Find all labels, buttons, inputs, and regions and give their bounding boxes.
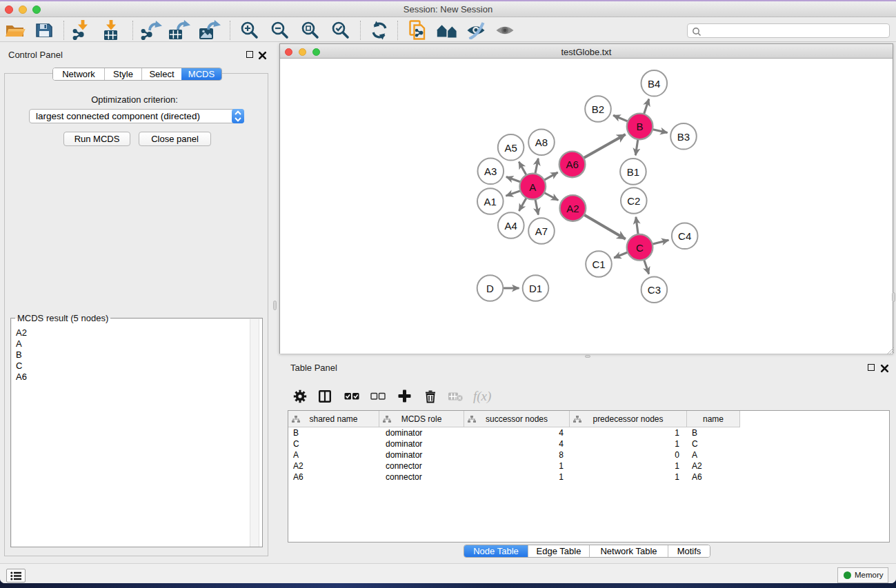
svg-text:C: C — [636, 242, 644, 254]
svg-text:C1: C1 — [592, 258, 605, 270]
svg-text:f(x): f(x) — [473, 389, 491, 404]
svg-text:A5: A5 — [504, 142, 517, 154]
svg-text:C2: C2 — [627, 195, 640, 207]
svg-text:A1: A1 — [484, 196, 497, 207]
svg-text:B2: B2 — [592, 103, 604, 115]
svg-text:A: A — [529, 181, 536, 193]
svg-text:B1: B1 — [627, 166, 639, 178]
svg-text:A4: A4 — [505, 220, 517, 232]
svg-text:D1: D1 — [529, 283, 542, 294]
svg-text:C4: C4 — [678, 230, 691, 242]
svg-text:D: D — [486, 283, 494, 294]
svg-text:B: B — [637, 121, 644, 132]
svg-text:A8: A8 — [535, 136, 548, 148]
svg-text:A2: A2 — [566, 203, 579, 214]
svg-text:A3: A3 — [484, 165, 497, 177]
svg-text:A6: A6 — [566, 159, 578, 170]
svg-text:A7: A7 — [535, 225, 548, 237]
svg-text:B3: B3 — [677, 131, 690, 143]
svg-text:C3: C3 — [648, 284, 661, 296]
svg-text:B4: B4 — [648, 78, 660, 90]
